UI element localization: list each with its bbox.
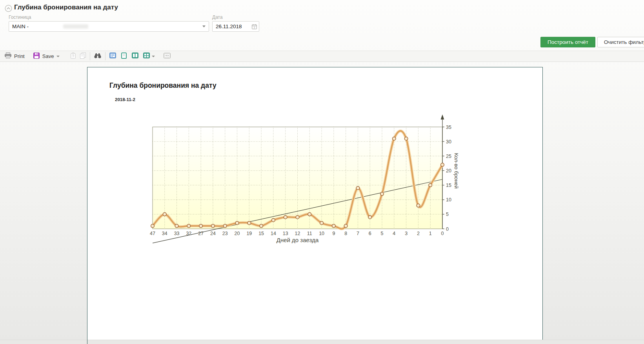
two-page-view-button[interactable] [132, 53, 138, 60]
multi-page-dropdown-caret-icon[interactable] [152, 56, 155, 57]
svg-text:0: 0 [441, 231, 444, 236]
printer-icon [5, 53, 11, 60]
paste-icon: ? [71, 53, 76, 60]
toolbar-separator [90, 52, 90, 60]
report-toolbar: Print Save ? [0, 51, 644, 62]
svg-text:5: 5 [446, 212, 449, 217]
svg-text:Кол-во броней: Кол-во броней [453, 153, 459, 189]
svg-text:15: 15 [446, 183, 451, 188]
chevron-down-icon [202, 25, 206, 27]
copy-icon [80, 53, 86, 60]
two-page-icon [132, 53, 138, 60]
svg-text:4: 4 [393, 231, 395, 236]
svg-text:19: 19 [246, 231, 252, 236]
svg-text:13: 13 [283, 231, 288, 236]
report-page-border [87, 340, 87, 344]
svg-text:30: 30 [446, 139, 451, 145]
svg-text:27: 27 [198, 231, 204, 236]
full-page-view-button[interactable] [121, 53, 127, 60]
svg-text:9: 9 [332, 231, 335, 236]
single-page-view-button[interactable] [109, 53, 116, 60]
svg-text:25: 25 [446, 154, 451, 159]
fit-width-icon [164, 53, 171, 60]
svg-text:11: 11 [307, 231, 312, 236]
multi-page-view-button[interactable] [143, 53, 155, 60]
svg-text:12: 12 [295, 231, 300, 236]
full-page-icon [121, 53, 127, 60]
save-dropdown-caret-icon[interactable] [56, 56, 60, 57]
svg-text:2: 2 [417, 231, 420, 236]
multi-page-icon [143, 53, 150, 60]
fit-width-button[interactable] [164, 53, 171, 60]
collapse-panel-icon[interactable] [5, 5, 12, 14]
svg-text:33: 33 [174, 231, 180, 236]
svg-text:6: 6 [369, 231, 371, 236]
svg-text:32: 32 [186, 231, 191, 236]
save-icon [33, 53, 40, 60]
copy-button[interactable] [80, 53, 86, 60]
svg-text:35: 35 [446, 125, 451, 130]
svg-text:3: 3 [405, 231, 408, 236]
report-subtitle: 2018-11-2 [115, 97, 135, 102]
svg-text:7: 7 [254, 26, 255, 29]
svg-text:8: 8 [344, 231, 347, 236]
print-button-label: Print [14, 53, 25, 59]
svg-text:5: 5 [381, 231, 384, 236]
svg-text:?: ? [72, 54, 74, 58]
clear-filter-label: Очистить фильтр [604, 39, 644, 45]
booking-depth-chart: 0510152025303547343332272423201915141312… [146, 111, 464, 246]
redacted-hotel-name [63, 24, 88, 29]
hotel-field-label: Гостиница [9, 14, 31, 20]
binoculars-icon [94, 53, 101, 60]
date-field[interactable]: 7 [212, 21, 259, 32]
single-page-icon [109, 53, 116, 60]
svg-text:47: 47 [150, 231, 155, 236]
svg-text:34: 34 [162, 231, 167, 236]
print-button[interactable]: Print [5, 53, 25, 60]
svg-text:14: 14 [271, 231, 276, 236]
date-field-label: Дата [212, 14, 223, 20]
svg-text:23: 23 [222, 231, 228, 236]
calendar-icon[interactable]: 7 [252, 24, 257, 31]
save-button-label: Save [42, 53, 54, 59]
save-button[interactable]: Save [33, 53, 60, 60]
date-input[interactable] [216, 24, 249, 29]
horizontal-scrollbar[interactable] [0, 340, 644, 344]
hotel-select-value: MAIN - [12, 24, 29, 29]
build-report-button[interactable]: Построить отчёт [540, 37, 595, 47]
build-report-label: Построить отчёт [548, 39, 588, 45]
svg-text:10: 10 [319, 231, 324, 236]
svg-text:Дней до заезда: Дней до заезда [277, 237, 319, 243]
paste-button[interactable]: ? [71, 53, 76, 60]
svg-text:7: 7 [357, 231, 359, 236]
svg-text:24: 24 [210, 231, 216, 236]
svg-text:1: 1 [429, 231, 432, 236]
toolbar-separator [105, 52, 106, 60]
find-button[interactable] [94, 53, 101, 60]
svg-text:0: 0 [446, 226, 449, 232]
report-page: Глубина бронирования на дату 2018-11-2 0… [87, 67, 543, 344]
svg-text:20: 20 [446, 168, 451, 174]
report-title: Глубина бронирования на дату [109, 81, 216, 90]
svg-text:15: 15 [258, 231, 264, 236]
hotel-select[interactable]: MAIN - [9, 21, 209, 32]
page-title: Глубина бронирования на дату [14, 4, 118, 11]
svg-text:10: 10 [446, 197, 451, 203]
clear-filter-button[interactable]: Очистить фильтр [597, 37, 644, 47]
svg-text:20: 20 [235, 231, 240, 236]
